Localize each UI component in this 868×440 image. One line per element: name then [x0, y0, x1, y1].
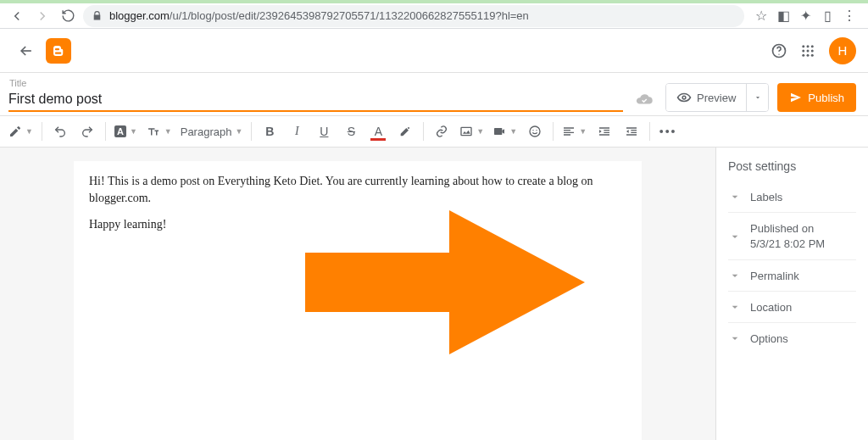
- italic-button[interactable]: I: [284, 119, 309, 144]
- editor-layout: Hi! This is a demo post on Everything Ke…: [0, 148, 868, 440]
- svg-point-2: [802, 45, 804, 47]
- svg-point-14: [530, 126, 540, 136]
- svg-rect-12: [461, 127, 471, 135]
- account-avatar[interactable]: H: [829, 37, 856, 64]
- editor-toolbar: ▼ A▼ ▼ Paragraph▼ B I U S A ▼ ▼ ▼: [0, 115, 868, 148]
- publish-button[interactable]: Publish: [777, 83, 856, 112]
- svg-rect-13: [494, 128, 502, 135]
- pen-icon: [8, 125, 22, 138]
- sidebar-item-labels[interactable]: Labels: [728, 181, 856, 213]
- link-icon: [435, 125, 448, 138]
- svg-point-16: [537, 130, 537, 131]
- redo-icon: [81, 125, 94, 138]
- editor-pane: Hi! This is a demo post on Everything Ke…: [0, 148, 715, 440]
- browser-menu-icon[interactable]: ⋮: [843, 9, 856, 23]
- browser-url-bar[interactable]: blogger.com/u/1/blog/post/edit/239264539…: [83, 5, 744, 27]
- browser-forward-button[interactable]: [32, 6, 53, 26]
- sidebar-item-label: Permalink: [750, 270, 799, 282]
- chevron-down-icon: [728, 269, 742, 282]
- insert-link-button[interactable]: [429, 119, 454, 144]
- lock-icon: [92, 10, 103, 21]
- highlight-button[interactable]: [392, 119, 418, 144]
- sidebar-item-location[interactable]: Location: [728, 292, 856, 323]
- browser-back-button[interactable]: [7, 6, 27, 26]
- sidebar-item-label: Published on 5/3/21 8:02 PM: [750, 221, 825, 251]
- svg-point-8: [802, 53, 804, 56]
- post-title-input[interactable]: [8, 90, 623, 109]
- indent-decrease-button[interactable]: [619, 119, 644, 144]
- svg-point-1: [778, 53, 779, 54]
- chevron-down-icon: [728, 300, 742, 314]
- preview-dropdown-button[interactable]: [746, 84, 768, 111]
- undo-button[interactable]: [47, 119, 73, 144]
- extension-icon-2[interactable]: ▯: [821, 9, 834, 23]
- svg-point-7: [811, 49, 814, 52]
- google-apps-button[interactable]: [793, 36, 822, 65]
- content-paragraph: Hi! This is a demo post on Everything Ke…: [89, 173, 626, 206]
- preview-label: Preview: [697, 92, 736, 104]
- content-paragraph: Happy learning!: [89, 216, 626, 233]
- sidebar-heading: Post settings: [728, 159, 856, 173]
- sidebar-item-label: Options: [750, 332, 788, 345]
- browser-reload-button[interactable]: [58, 6, 78, 26]
- insert-video-button[interactable]: ▼: [489, 119, 520, 144]
- send-icon: [789, 91, 803, 104]
- svg-point-5: [802, 49, 804, 52]
- svg-point-4: [811, 45, 814, 47]
- chevron-down-icon: [754, 93, 762, 102]
- browser-chrome-bar: blogger.com/u/1/blog/post/edit/239264539…: [0, 0, 868, 29]
- extensions-puzzle-icon[interactable]: ✦: [798, 9, 812, 23]
- sidebar-item-published[interactable]: Published on 5/3/21 8:02 PM: [728, 213, 856, 260]
- indent-increase-icon: [598, 125, 611, 138]
- indent-increase-button[interactable]: [592, 119, 617, 144]
- insert-image-button[interactable]: ▼: [456, 119, 487, 144]
- strikethrough-button[interactable]: S: [338, 119, 364, 144]
- publish-label: Publish: [808, 92, 844, 104]
- indent-decrease-icon: [625, 125, 638, 138]
- title-label: Title: [8, 78, 623, 88]
- title-action-row: Title Preview Publish: [0, 73, 868, 115]
- svg-point-9: [807, 53, 810, 56]
- redo-button[interactable]: [75, 119, 100, 144]
- svg-point-10: [811, 53, 814, 56]
- chevron-down-icon: [728, 230, 742, 243]
- preview-button[interactable]: Preview: [666, 84, 746, 111]
- editor-document[interactable]: Hi! This is a demo post on Everything Ke…: [74, 161, 642, 440]
- sidebar-item-permalink[interactable]: Permalink: [728, 260, 856, 292]
- smiley-icon: [528, 125, 542, 138]
- sidebar-item-label: Location: [750, 301, 792, 314]
- eye-icon: [676, 90, 692, 105]
- sidebar-item-options[interactable]: Options: [728, 323, 856, 354]
- text-size-icon: [146, 124, 161, 139]
- align-left-icon: [562, 125, 576, 138]
- blogger-logo-icon[interactable]: [46, 38, 71, 64]
- video-icon: [492, 125, 506, 138]
- font-size-button[interactable]: ▼: [142, 119, 175, 144]
- post-settings-sidebar: Post settings Labels Published on 5/3/21…: [715, 148, 868, 440]
- underline-button[interactable]: U: [311, 119, 337, 144]
- preview-button-group: Preview: [665, 83, 769, 112]
- font-family-button[interactable]: A▼: [111, 119, 141, 144]
- compose-view-button[interactable]: ▼: [5, 119, 36, 144]
- post-title-field[interactable]: Title: [8, 78, 623, 112]
- blogger-app-bar: H: [0, 29, 868, 73]
- browser-extensions: ☆ ◧ ✦ ▯ ⋮: [749, 9, 861, 23]
- svg-point-15: [533, 130, 534, 131]
- insert-emoji-button[interactable]: [522, 119, 548, 144]
- chevron-down-icon: [728, 190, 742, 203]
- back-button[interactable]: [12, 36, 41, 65]
- bookmark-star-icon[interactable]: ☆: [754, 9, 768, 23]
- paragraph-style-button[interactable]: Paragraph▼: [177, 119, 247, 144]
- extension-icon[interactable]: ◧: [776, 9, 790, 23]
- chevron-down-icon: [728, 331, 742, 345]
- text-color-button[interactable]: A: [365, 119, 391, 144]
- save-status-icon[interactable]: [632, 86, 657, 112]
- paragraph-label: Paragraph: [181, 125, 232, 138]
- bold-button[interactable]: B: [257, 119, 282, 144]
- align-button[interactable]: ▼: [559, 119, 590, 144]
- help-button[interactable]: [765, 36, 793, 65]
- svg-point-3: [807, 45, 810, 47]
- image-icon: [459, 125, 473, 138]
- more-options-button[interactable]: •••: [655, 119, 681, 144]
- browser-url-text: blogger.com/u/1/blog/post/edit/239264539…: [109, 9, 529, 22]
